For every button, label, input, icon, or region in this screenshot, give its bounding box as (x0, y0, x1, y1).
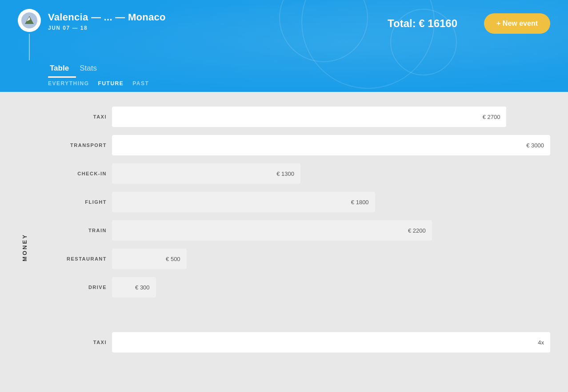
header-left: Valencia — ... — Monaco JUN 07 — 18 (18, 9, 166, 60)
chart-container: TAXI € 2700 TRANSPORT € 3000 CHECK-I (49, 105, 568, 389)
bar-value-checkin: € 1300 (276, 170, 294, 177)
row-label-transport: TRANSPORT (49, 143, 107, 148)
money-side-label: MONEY (0, 105, 49, 389)
tab-stats[interactable]: Stats (78, 60, 104, 78)
section-spacer (49, 304, 550, 331)
table-row: TAXI € 2700 (49, 105, 550, 128)
bar-value-taxi: € 2700 (483, 114, 500, 120)
table-row: TRANSPORT € 3000 (49, 134, 550, 157)
bar-value-transport: € 3000 (526, 142, 544, 149)
table-row: TAXI 4x (49, 331, 550, 354)
avatar-line (29, 34, 30, 60)
bar-wrapper-restaurant: € 500 (112, 249, 550, 269)
bar-wrapper-transport: € 3000 (112, 135, 550, 155)
header-right: Total: € 16160 + New event (388, 9, 550, 34)
header-nav: Table Stats EVERYTHING FUTURE PAST (48, 60, 550, 92)
table-row: TRAIN € 2200 (49, 219, 550, 242)
trip-info: Valencia — ... — Monaco JUN 07 — 18 (48, 9, 166, 31)
app-container: Valencia — ... — Monaco JUN 07 — 18 Tota… (0, 0, 568, 392)
header-top: Valencia — ... — Monaco JUN 07 — 18 Tota… (18, 9, 550, 60)
bar-flight: € 1800 (112, 192, 375, 212)
row-label-checkin: CHECK-IN (49, 171, 107, 176)
row-label-train: TRAIN (49, 228, 107, 233)
new-event-button[interactable]: + New event (484, 13, 550, 34)
mountain-icon (21, 12, 37, 28)
bar-restaurant: € 500 (112, 249, 187, 269)
bar-train: € 2200 (112, 220, 432, 241)
header: Valencia — ... — Monaco JUN 07 — 18 Tota… (0, 0, 568, 92)
bar-checkin: € 1300 (112, 163, 300, 184)
avatar-container (18, 9, 41, 60)
bar-drive: € 300 (112, 277, 156, 297)
row-label-restaurant: RESTAURANT (49, 256, 107, 261)
money-label: MONEY (21, 234, 28, 261)
bar-taxi-count: 4x (112, 332, 550, 352)
bar-wrapper-flight: € 1800 (112, 192, 550, 212)
bar-value-drive: € 300 (135, 284, 150, 291)
filter-tabs: EVERYTHING FUTURE PAST (48, 80, 550, 92)
row-label-taxi-count: TAXI (49, 340, 107, 345)
bar-value-restaurant: € 500 (166, 256, 180, 262)
tab-table[interactable]: Table (48, 60, 76, 78)
bar-wrapper-checkin: € 1300 (112, 163, 550, 184)
table-row: FLIGHT € 1800 (49, 190, 550, 214)
row-label-taxi: TAXI (49, 114, 107, 119)
trip-title: Valencia — ... — Monaco (48, 12, 166, 23)
table-row: CHECK-IN € 1300 (49, 162, 550, 185)
table-row: RESTAURANT € 500 (49, 247, 550, 270)
trip-dates: JUN 07 — 18 (48, 25, 166, 31)
total-label: Total: € 16160 (388, 17, 457, 30)
bar-wrapper-taxi: € 2700 (112, 107, 550, 127)
bar-wrapper-taxi-count: 4x (112, 332, 550, 352)
main-content: MONEY TAXI € 2700 TRANSPORT € 3000 (0, 92, 568, 392)
row-label-drive: DRIVE (49, 285, 107, 290)
nav-tabs: Table Stats (48, 60, 550, 78)
bar-wrapper-drive: € 300 (112, 277, 550, 297)
table-row: DRIVE € 300 (49, 276, 550, 299)
bar-value-flight: € 1800 (351, 199, 369, 206)
row-label-flight: FLIGHT (49, 199, 107, 205)
filter-everything[interactable]: EVERYTHING (48, 80, 89, 87)
bar-value-train: € 2200 (408, 227, 426, 234)
bar-value-taxi-count: 4x (538, 339, 544, 346)
avatar (18, 9, 41, 32)
bar-transport: € 3000 (112, 135, 550, 155)
filter-future[interactable]: FUTURE (98, 80, 124, 87)
bar-wrapper-train: € 2200 (112, 220, 550, 241)
filter-past[interactable]: PAST (132, 80, 149, 87)
bar-taxi: € 2700 (112, 107, 506, 127)
